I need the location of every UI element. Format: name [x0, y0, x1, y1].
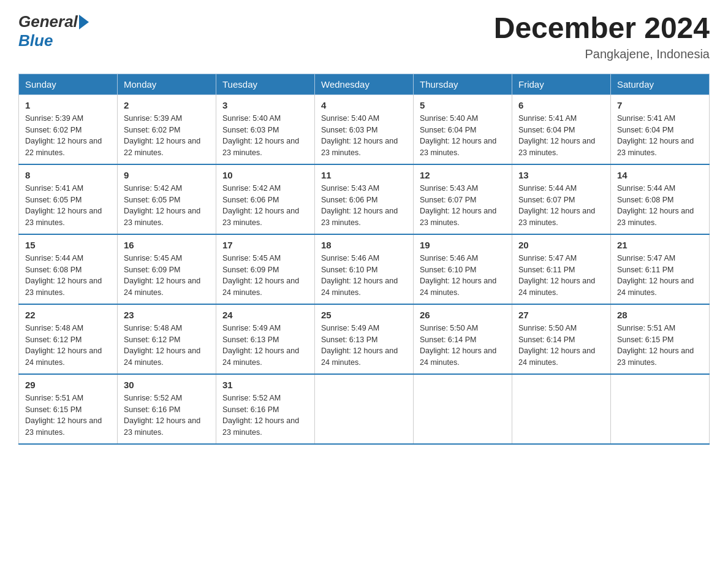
day-number: 22 — [25, 310, 111, 320]
calendar-cell — [512, 374, 611, 444]
calendar-cell: 29Sunrise: 5:51 AMSunset: 6:15 PMDayligh… — [19, 374, 118, 444]
day-number: 3 — [222, 100, 308, 110]
calendar-cell: 10Sunrise: 5:42 AMSunset: 6:06 PMDayligh… — [216, 164, 315, 234]
day-number: 5 — [420, 100, 506, 110]
day-info: Sunrise: 5:52 AMSunset: 6:16 PMDaylight:… — [124, 393, 210, 439]
day-number: 10 — [222, 170, 308, 180]
calendar-cell: 13Sunrise: 5:44 AMSunset: 6:07 PMDayligh… — [512, 164, 611, 234]
calendar-cell: 12Sunrise: 5:43 AMSunset: 6:07 PMDayligh… — [414, 164, 512, 234]
calendar-cell: 31Sunrise: 5:52 AMSunset: 6:16 PMDayligh… — [216, 374, 315, 444]
calendar-cell: 3Sunrise: 5:40 AMSunset: 6:03 PMDaylight… — [216, 94, 315, 164]
column-header-sunday: Sunday — [19, 74, 118, 94]
calendar-cell: 6Sunrise: 5:41 AMSunset: 6:04 PMDaylight… — [512, 94, 611, 164]
calendar-cell — [414, 374, 512, 444]
logo-general-text: General — [18, 12, 78, 31]
day-number: 14 — [617, 170, 703, 180]
day-info: Sunrise: 5:50 AMSunset: 6:14 PMDaylight:… — [420, 323, 506, 369]
calendar-cell: 17Sunrise: 5:45 AMSunset: 6:09 PMDayligh… — [216, 234, 315, 304]
day-number: 13 — [518, 170, 604, 180]
calendar-header-row: SundayMondayTuesdayWednesdayThursdayFrid… — [19, 74, 710, 94]
calendar-cell: 26Sunrise: 5:50 AMSunset: 6:14 PMDayligh… — [414, 304, 512, 374]
day-number: 28 — [617, 310, 703, 320]
calendar-cell: 5Sunrise: 5:40 AMSunset: 6:04 PMDaylight… — [414, 94, 512, 164]
day-info: Sunrise: 5:41 AMSunset: 6:04 PMDaylight:… — [617, 113, 703, 159]
day-number: 2 — [124, 100, 210, 110]
day-info: Sunrise: 5:52 AMSunset: 6:16 PMDaylight:… — [222, 393, 308, 439]
day-info: Sunrise: 5:51 AMSunset: 6:15 PMDaylight:… — [25, 393, 111, 439]
day-number: 20 — [518, 240, 604, 250]
day-info: Sunrise: 5:40 AMSunset: 6:03 PMDaylight:… — [222, 113, 308, 159]
day-number: 19 — [420, 240, 506, 250]
calendar-cell: 27Sunrise: 5:50 AMSunset: 6:14 PMDayligh… — [512, 304, 611, 374]
day-number: 15 — [25, 240, 111, 250]
day-number: 11 — [321, 170, 407, 180]
calendar-cell — [611, 374, 710, 444]
calendar-cell: 25Sunrise: 5:49 AMSunset: 6:13 PMDayligh… — [315, 304, 414, 374]
calendar-week-row: 15Sunrise: 5:44 AMSunset: 6:08 PMDayligh… — [19, 234, 710, 304]
day-info: Sunrise: 5:43 AMSunset: 6:06 PMDaylight:… — [321, 183, 407, 229]
day-info: Sunrise: 5:48 AMSunset: 6:12 PMDaylight:… — [124, 323, 210, 369]
day-number: 29 — [25, 380, 111, 390]
calendar-cell: 15Sunrise: 5:44 AMSunset: 6:08 PMDayligh… — [19, 234, 118, 304]
calendar-cell: 23Sunrise: 5:48 AMSunset: 6:12 PMDayligh… — [118, 304, 216, 374]
calendar-cell: 24Sunrise: 5:49 AMSunset: 6:13 PMDayligh… — [216, 304, 315, 374]
calendar-cell: 20Sunrise: 5:47 AMSunset: 6:11 PMDayligh… — [512, 234, 611, 304]
day-number: 18 — [321, 240, 407, 250]
day-number: 30 — [124, 380, 210, 390]
day-number: 23 — [124, 310, 210, 320]
calendar-cell: 2Sunrise: 5:39 AMSunset: 6:02 PMDaylight… — [118, 94, 216, 164]
column-header-friday: Friday — [512, 74, 611, 94]
logo: General Blue — [18, 12, 89, 50]
calendar-cell: 16Sunrise: 5:45 AMSunset: 6:09 PMDayligh… — [118, 234, 216, 304]
day-info: Sunrise: 5:42 AMSunset: 6:06 PMDaylight:… — [222, 183, 308, 229]
day-number: 6 — [518, 100, 604, 110]
day-number: 17 — [222, 240, 308, 250]
day-info: Sunrise: 5:48 AMSunset: 6:12 PMDaylight:… — [25, 323, 111, 369]
calendar-cell: 18Sunrise: 5:46 AMSunset: 6:10 PMDayligh… — [315, 234, 414, 304]
day-info: Sunrise: 5:50 AMSunset: 6:14 PMDaylight:… — [518, 323, 604, 369]
calendar-cell: 7Sunrise: 5:41 AMSunset: 6:04 PMDaylight… — [611, 94, 710, 164]
calendar-week-row: 8Sunrise: 5:41 AMSunset: 6:05 PMDaylight… — [19, 164, 710, 234]
day-info: Sunrise: 5:40 AMSunset: 6:04 PMDaylight:… — [420, 113, 506, 159]
title-area: December 2024 Pangkajene, Indonesia — [494, 12, 710, 61]
day-number: 27 — [518, 310, 604, 320]
calendar-cell: 30Sunrise: 5:52 AMSunset: 6:16 PMDayligh… — [118, 374, 216, 444]
day-info: Sunrise: 5:39 AMSunset: 6:02 PMDaylight:… — [25, 113, 111, 159]
day-info: Sunrise: 5:45 AMSunset: 6:09 PMDaylight:… — [222, 253, 308, 299]
day-number: 16 — [124, 240, 210, 250]
day-info: Sunrise: 5:42 AMSunset: 6:05 PMDaylight:… — [124, 183, 210, 229]
day-info: Sunrise: 5:51 AMSunset: 6:15 PMDaylight:… — [617, 323, 703, 369]
calendar-cell: 1Sunrise: 5:39 AMSunset: 6:02 PMDaylight… — [19, 94, 118, 164]
day-number: 1 — [25, 100, 111, 110]
column-header-thursday: Thursday — [414, 74, 512, 94]
day-info: Sunrise: 5:44 AMSunset: 6:07 PMDaylight:… — [518, 183, 604, 229]
day-info: Sunrise: 5:44 AMSunset: 6:08 PMDaylight:… — [25, 253, 111, 299]
day-info: Sunrise: 5:49 AMSunset: 6:13 PMDaylight:… — [222, 323, 308, 369]
calendar-cell: 28Sunrise: 5:51 AMSunset: 6:15 PMDayligh… — [611, 304, 710, 374]
calendar-cell: 4Sunrise: 5:40 AMSunset: 6:03 PMDaylight… — [315, 94, 414, 164]
day-number: 7 — [617, 100, 703, 110]
location-label: Pangkajene, Indonesia — [494, 47, 710, 61]
calendar-cell: 14Sunrise: 5:44 AMSunset: 6:08 PMDayligh… — [611, 164, 710, 234]
column-header-wednesday: Wednesday — [315, 74, 414, 94]
day-info: Sunrise: 5:47 AMSunset: 6:11 PMDaylight:… — [617, 253, 703, 299]
day-number: 31 — [222, 380, 308, 390]
calendar-week-row: 29Sunrise: 5:51 AMSunset: 6:15 PMDayligh… — [19, 374, 710, 444]
day-number: 9 — [124, 170, 210, 180]
day-number: 24 — [222, 310, 308, 320]
calendar-week-row: 22Sunrise: 5:48 AMSunset: 6:12 PMDayligh… — [19, 304, 710, 374]
day-info: Sunrise: 5:41 AMSunset: 6:04 PMDaylight:… — [518, 113, 604, 159]
day-info: Sunrise: 5:46 AMSunset: 6:10 PMDaylight:… — [321, 253, 407, 299]
calendar-table: SundayMondayTuesdayWednesdayThursdayFrid… — [18, 74, 710, 445]
day-number: 4 — [321, 100, 407, 110]
calendar-cell — [315, 374, 414, 444]
calendar-cell: 19Sunrise: 5:46 AMSunset: 6:10 PMDayligh… — [414, 234, 512, 304]
day-info: Sunrise: 5:39 AMSunset: 6:02 PMDaylight:… — [124, 113, 210, 159]
day-info: Sunrise: 5:40 AMSunset: 6:03 PMDaylight:… — [321, 113, 407, 159]
day-number: 26 — [420, 310, 506, 320]
day-info: Sunrise: 5:41 AMSunset: 6:05 PMDaylight:… — [25, 183, 111, 229]
day-info: Sunrise: 5:44 AMSunset: 6:08 PMDaylight:… — [617, 183, 703, 229]
calendar-week-row: 1Sunrise: 5:39 AMSunset: 6:02 PMDaylight… — [19, 94, 710, 164]
day-info: Sunrise: 5:43 AMSunset: 6:07 PMDaylight:… — [420, 183, 506, 229]
day-number: 12 — [420, 170, 506, 180]
